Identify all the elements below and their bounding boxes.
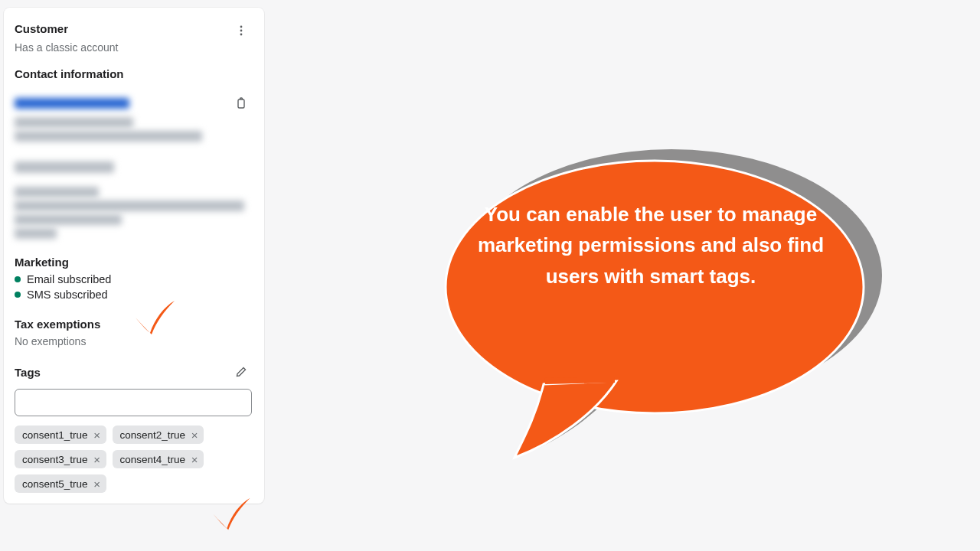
copy-email-button[interactable]: [230, 93, 252, 114]
tag-list: consent1_true× consent2_true× consent3_t…: [15, 425, 252, 493]
svg-point-2: [240, 34, 243, 36]
redacted-note: [15, 131, 202, 142]
marketing-sms-row: SMS subscribed: [15, 289, 252, 301]
tag-remove-button[interactable]: ×: [91, 429, 103, 441]
tags-heading: Tags: [15, 366, 41, 379]
customer-heading: Customer: [15, 22, 68, 35]
tags-header-row: Tags: [15, 361, 252, 383]
redacted-address-heading: [15, 161, 114, 173]
tag-remove-button[interactable]: ×: [188, 429, 201, 441]
edit-tags-button[interactable]: [230, 361, 252, 383]
tag-label: consent2_true: [120, 429, 186, 441]
redacted-line: [15, 201, 244, 211]
marketing-heading: Marketing: [15, 256, 252, 269]
pencil-icon: [235, 366, 247, 378]
tag-chip[interactable]: consent5_true×: [15, 474, 106, 493]
tag-label: consent3_true: [22, 454, 88, 465]
tags-input[interactable]: [15, 389, 252, 416]
tag-remove-button[interactable]: ×: [91, 453, 103, 465]
kebab-icon: [235, 24, 247, 37]
redacted-line: [15, 228, 57, 239]
callout-text: You can enable the user to manage market…: [475, 199, 827, 292]
customer-subtext: Has a classic account: [15, 41, 252, 54]
svg-rect-3: [238, 99, 244, 108]
contact-heading: Contact information: [15, 67, 252, 80]
redacted-email: [15, 98, 129, 109]
tag-remove-button[interactable]: ×: [188, 453, 201, 465]
contact-email-row: [15, 93, 252, 114]
marketing-email-label: Email subscribed: [27, 273, 111, 285]
tag-chip[interactable]: consent2_true×: [113, 425, 204, 444]
svg-point-1: [240, 30, 243, 32]
tax-heading: Tax exemptions: [15, 318, 252, 331]
clipboard-icon: [235, 97, 247, 109]
tag-chip[interactable]: consent4_true×: [113, 450, 204, 468]
redacted-line: [15, 214, 122, 225]
marketing-sms-label: SMS subscribed: [27, 289, 108, 301]
callout-bubble: You can enable the user to manage market…: [444, 153, 880, 470]
status-dot-icon: [15, 292, 21, 298]
tag-chip[interactable]: consent3_true×: [15, 450, 106, 468]
tag-label: consent4_true: [120, 454, 186, 465]
tag-remove-button[interactable]: ×: [91, 478, 103, 490]
tag-chip[interactable]: consent1_true×: [15, 425, 106, 444]
svg-point-0: [240, 26, 243, 28]
status-dot-icon: [15, 276, 21, 282]
tag-label: consent5_true: [22, 478, 88, 490]
tag-label: consent1_true: [22, 429, 88, 441]
redacted-phone: [15, 117, 133, 128]
more-actions-button[interactable]: [230, 20, 252, 41]
customer-card: Customer Has a classic account Contact i…: [4, 8, 264, 504]
tax-value: No exemptions: [15, 335, 252, 347]
marketing-email-row: Email subscribed: [15, 273, 252, 285]
redacted-line: [15, 187, 99, 197]
customer-header-row: Customer: [15, 20, 252, 41]
